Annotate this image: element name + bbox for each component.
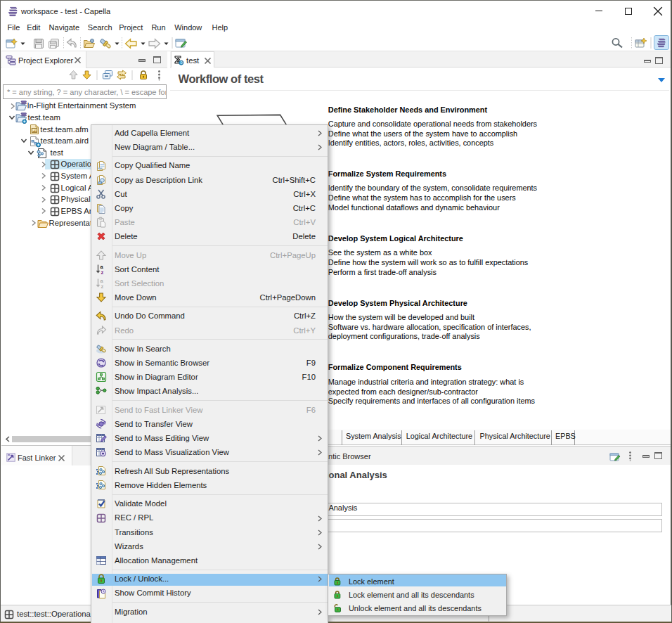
svg-text:z: z (101, 269, 104, 275)
svg-text:0: 0 (180, 60, 182, 65)
svg-text:z: z (101, 283, 104, 289)
